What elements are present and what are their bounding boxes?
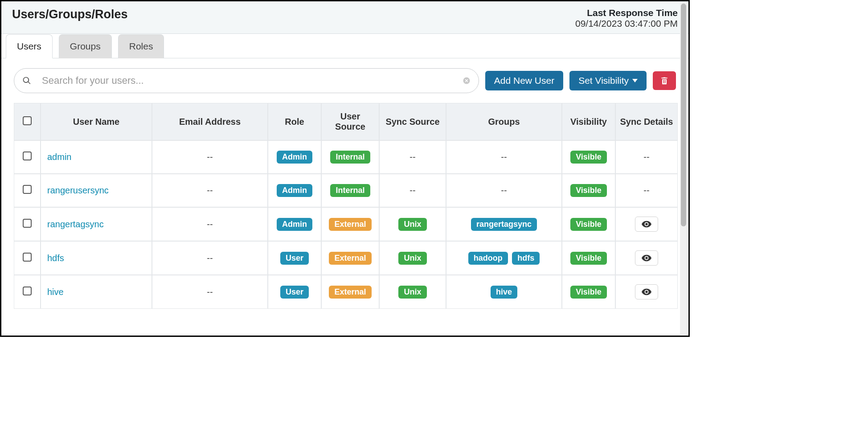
eye-icon (642, 254, 651, 262)
syncsource-badge: Unix (398, 286, 426, 299)
visibility-cell: Visible (562, 174, 615, 207)
email-cell: -- (152, 174, 268, 207)
username-cell: admin (41, 140, 152, 174)
col-usersource: User Source (321, 103, 379, 140)
role-badge: Admin (277, 151, 312, 164)
usersource-cell: External (321, 275, 379, 309)
visibility-badge: Visible (570, 218, 607, 231)
role-cell: Admin (268, 174, 321, 207)
search-wrap (14, 68, 479, 93)
username-link[interactable]: rangerusersync (47, 185, 109, 195)
email-cell: -- (152, 241, 268, 275)
response-time: Last Response Time 09/14/2023 03:47:00 P… (575, 8, 678, 29)
set-visibility-button[interactable]: Set Visibility (569, 71, 647, 90)
username-cell: hive (41, 275, 152, 309)
syncsource-cell: -- (379, 140, 446, 174)
group-badge: hive (491, 286, 517, 299)
email-cell: -- (152, 275, 268, 309)
usersource-badge: Internal (330, 184, 370, 197)
table-row: hive--UserExternalUnixhiveVisible (14, 275, 678, 309)
tab-roles[interactable]: Roles (118, 34, 164, 58)
col-groups: Groups (446, 103, 562, 140)
groups-cell: -- (446, 140, 562, 174)
usersource-badge: External (329, 286, 371, 299)
role-cell: User (268, 241, 321, 275)
role-badge: Admin (277, 184, 312, 197)
sync-details-button[interactable] (635, 250, 658, 266)
page-header: Users/Groups/Roles Last Response Time 09… (1, 1, 688, 34)
eye-icon (642, 221, 651, 228)
col-role: Role (268, 103, 321, 140)
syncsource-cell: Unix (379, 241, 446, 275)
users-table: User Name Email Address Role User Source… (14, 103, 678, 309)
chevron-down-icon (632, 79, 638, 82)
group-badge: hdfs (512, 252, 540, 265)
syncdetails-cell (615, 275, 678, 309)
row-checkbox-cell (14, 140, 41, 174)
search-input[interactable] (38, 73, 463, 88)
usersource-cell: Internal (321, 140, 379, 174)
username-link[interactable]: hive (47, 287, 64, 297)
username-cell: hdfs (41, 241, 152, 275)
app-frame: Users/Groups/Roles Last Response Time 09… (0, 0, 690, 337)
eye-icon (642, 288, 651, 295)
sync-details-button[interactable] (635, 217, 658, 232)
role-cell: Admin (268, 207, 321, 241)
search-icon (22, 76, 31, 85)
page-title: Users/Groups/Roles (12, 8, 128, 21)
col-syncsource: Sync Source (379, 103, 446, 140)
syncsource-badge: Unix (398, 252, 426, 265)
table-row: rangertagsync--AdminExternalUnixrangerta… (14, 207, 678, 241)
visibility-badge: Visible (570, 286, 607, 299)
email-cell: -- (152, 140, 268, 174)
sync-details-button[interactable] (635, 284, 658, 299)
usersource-cell: External (321, 207, 379, 241)
role-badge: User (280, 252, 309, 265)
visibility-cell: Visible (562, 241, 615, 275)
select-all-checkbox[interactable] (23, 116, 32, 125)
col-visibility: Visibility (562, 103, 615, 140)
email-cell: -- (152, 207, 268, 241)
username-link[interactable]: rangertagsync (47, 219, 104, 229)
add-new-user-button[interactable]: Add New User (485, 71, 563, 90)
role-cell: Admin (268, 140, 321, 174)
syncdetails-cell: -- (615, 174, 678, 207)
username-cell: rangertagsync (41, 207, 152, 241)
tab-groups[interactable]: Groups (59, 34, 112, 58)
col-email: Email Address (152, 103, 268, 140)
groups-cell: rangertagsync (446, 207, 562, 241)
row-checkbox[interactable] (23, 219, 32, 228)
syncsource-cell: Unix (379, 275, 446, 309)
table-row: admin--AdminInternal----Visible-- (14, 140, 678, 174)
usersource-cell: External (321, 241, 379, 275)
groups-cell: -- (446, 174, 562, 207)
row-checkbox-cell (14, 174, 41, 207)
col-username: User Name (41, 103, 152, 140)
vertical-scrollbar[interactable] (680, 3, 687, 334)
scrollbar-thumb[interactable] (681, 4, 686, 226)
groups-cell: hive (446, 275, 562, 309)
visibility-badge: Visible (570, 151, 607, 164)
username-link[interactable]: admin (47, 152, 71, 162)
tab-users[interactable]: Users (6, 34, 53, 58)
set-visibility-label: Set Visibility (578, 75, 629, 86)
group-badge: hadoop (468, 252, 508, 265)
syncdetails-cell (615, 207, 678, 241)
row-checkbox[interactable] (23, 287, 32, 295)
row-checkbox[interactable] (23, 152, 32, 160)
syncsource-badge: Unix (398, 218, 426, 231)
delete-button[interactable] (653, 71, 676, 90)
trash-icon (660, 76, 669, 86)
controls-bar: Add New User Set Visibility (1, 58, 688, 103)
syncdetails-cell (615, 241, 678, 275)
row-checkbox[interactable] (23, 253, 32, 262)
row-checkbox-cell (14, 275, 41, 309)
syncsource-cell: -- (379, 174, 446, 207)
clear-icon[interactable] (463, 77, 471, 85)
username-link[interactable]: hdfs (47, 253, 64, 263)
response-time-label: Last Response Time (575, 8, 678, 18)
usersource-badge: External (329, 252, 371, 265)
row-checkbox[interactable] (23, 185, 32, 194)
response-time-value: 09/14/2023 03:47:00 PM (575, 18, 678, 29)
col-syncdetails: Sync Details (615, 103, 678, 140)
